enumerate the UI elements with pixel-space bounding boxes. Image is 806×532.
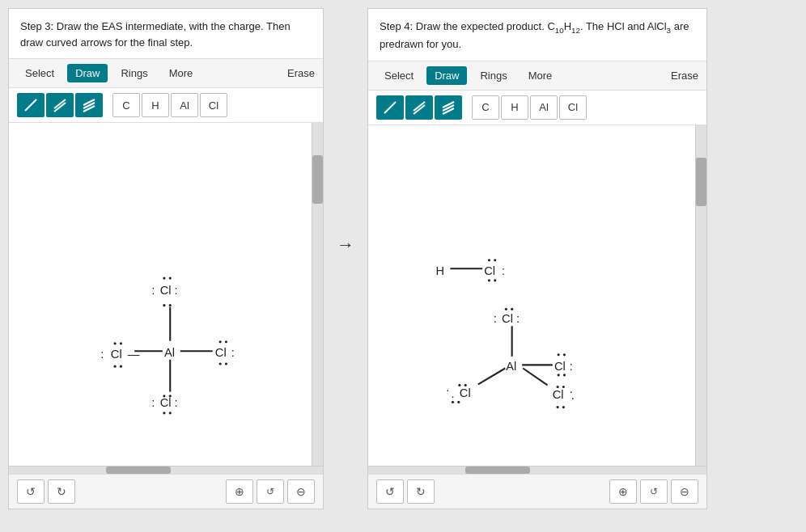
svg-point-76 (557, 386, 559, 388)
left-aluminum-button[interactable]: Al (171, 93, 198, 117)
svg-text::: : (516, 312, 520, 325)
left-draw-button[interactable]: Draw (67, 64, 108, 82)
right-more-button[interactable]: More (520, 66, 561, 85)
svg-text:Cl: Cl (111, 348, 122, 361)
left-horizontal-scrollbar[interactable] (9, 466, 323, 474)
right-carbon-button[interactable]: C (472, 95, 499, 120)
left-zoom-reset-button[interactable]: ↺ (257, 479, 284, 504)
left-triple-bond-button[interactable] (75, 93, 103, 117)
left-erase-button[interactable]: Erase (287, 67, 315, 79)
svg-text:Cl: Cl (554, 359, 566, 372)
right-undo-redo-group: ↺ ↻ (376, 479, 435, 504)
svg-point-10 (169, 277, 172, 280)
svg-point-51 (494, 279, 496, 281)
svg-point-11 (163, 304, 165, 306)
svg-point-78 (557, 406, 559, 408)
svg-point-62 (558, 353, 560, 356)
svg-text::: : (151, 284, 155, 297)
svg-point-28 (225, 362, 227, 365)
left-carbon-button[interactable]: C (112, 93, 140, 117)
left-atom-group: C H Al Cl (112, 93, 227, 117)
right-triple-bond-button[interactable] (435, 95, 462, 120)
right-horizontal-scrollthumb[interactable] (465, 467, 530, 474)
left-draw-tools: C H Al Cl (9, 88, 323, 123)
left-chlorine-button[interactable]: Cl (200, 93, 227, 117)
right-zoom-out-button[interactable]: ⊖ (671, 479, 698, 504)
right-zoom-group: ⊕ ↺ ⊖ (609, 479, 698, 504)
right-molecule-svg: H Cl : : Cl : Al (368, 125, 706, 466)
svg-point-65 (563, 374, 566, 376)
left-double-bond-button[interactable] (46, 93, 74, 117)
left-more-button[interactable]: More (161, 64, 202, 82)
right-canvas[interactable]: H Cl : : Cl : Al (368, 125, 706, 466)
svg-point-35 (163, 412, 165, 414)
left-canvas[interactable]: : Cl : Al : Cl — Cl : (9, 123, 323, 466)
left-panel: Step 3: Draw the EAS intermediate, with … (8, 8, 324, 509)
svg-line-38 (384, 102, 396, 113)
right-zoom-in-button[interactable]: ⊕ (609, 479, 637, 504)
left-horizontal-scrollthumb[interactable] (106, 467, 171, 474)
left-undo-redo-group: ↺ ↻ (17, 479, 75, 504)
right-single-bond-button[interactable] (376, 95, 404, 120)
svg-text::: : (502, 264, 505, 277)
right-bond-group (376, 95, 462, 120)
right-double-bond-button[interactable] (405, 95, 433, 120)
svg-text:Al: Al (164, 346, 175, 359)
single-bond-icon (382, 99, 398, 116)
right-draw-tools: C H Al Cl (368, 91, 706, 125)
left-hydrogen-button[interactable]: H (142, 93, 169, 117)
svg-text:Cl: Cl (160, 284, 172, 297)
svg-line-74 (523, 368, 547, 385)
svg-point-19 (120, 342, 122, 344)
left-vertical-scrollbar[interactable] (312, 123, 323, 466)
svg-point-33 (163, 395, 165, 397)
triple-bond-icon (440, 99, 456, 116)
right-zoom-reset-button[interactable]: ↺ (640, 479, 668, 504)
svg-point-18 (114, 342, 117, 344)
right-hydrogen-button[interactable]: H (501, 95, 528, 120)
left-zoom-in-button[interactable]: ⊕ (226, 479, 253, 504)
svg-point-26 (225, 340, 227, 343)
double-bond-icon (411, 99, 427, 116)
left-undo-button[interactable]: ↺ (17, 479, 45, 504)
svg-text:·: · (571, 391, 575, 404)
right-redo-button[interactable]: ↻ (407, 479, 435, 504)
right-horizontal-scrollbar[interactable] (368, 466, 706, 474)
left-vertical-scrollthumb[interactable] (312, 155, 323, 204)
svg-text:Cl: Cl (160, 396, 172, 409)
svg-point-64 (558, 374, 560, 376)
left-description: Step 3: Draw the EAS intermediate, with … (9, 9, 323, 59)
svg-text:Cl: Cl (484, 264, 495, 277)
right-aluminum-button[interactable]: Al (530, 95, 558, 120)
svg-point-71 (457, 400, 460, 403)
right-erase-button[interactable]: Erase (671, 70, 698, 82)
left-single-bond-button[interactable] (17, 93, 45, 117)
svg-point-25 (219, 340, 222, 343)
right-rings-button[interactable]: Rings (472, 66, 515, 85)
svg-point-77 (562, 386, 565, 388)
right-atom-group: C H Al Cl (472, 95, 587, 120)
svg-point-34 (169, 395, 172, 397)
right-draw-button[interactable]: Draw (426, 66, 467, 85)
right-description: Step 4: Draw the expected product. C10H1… (368, 9, 706, 61)
right-select-button[interactable]: Select (376, 66, 422, 85)
svg-text:Cl: Cl (502, 312, 513, 325)
svg-point-21 (120, 365, 122, 368)
left-description-text: Step 3: Draw the EAS intermediate, with … (20, 20, 291, 49)
svg-point-36 (169, 412, 172, 414)
svg-text:H: H (436, 264, 445, 277)
right-vertical-scrollthumb[interactable] (696, 158, 706, 206)
right-undo-button[interactable]: ↺ (376, 479, 404, 504)
svg-line-66 (478, 368, 505, 384)
right-chlorine-button[interactable]: Cl (559, 95, 587, 120)
right-vertical-scrollbar[interactable] (695, 125, 706, 466)
right-bottom-bar: ↺ ↻ ⊕ ↺ ⊖ (368, 474, 706, 509)
left-zoom-out-button[interactable]: ⊖ (287, 479, 315, 504)
svg-text::: : (174, 284, 177, 297)
svg-point-69 (465, 384, 467, 386)
left-select-button[interactable]: Select (17, 64, 62, 82)
left-redo-button[interactable]: ↻ (48, 479, 75, 504)
right-description-text: Step 4: Draw the expected product. C10H1… (380, 20, 689, 50)
left-rings-button[interactable]: Rings (112, 64, 155, 82)
svg-point-27 (219, 362, 222, 365)
